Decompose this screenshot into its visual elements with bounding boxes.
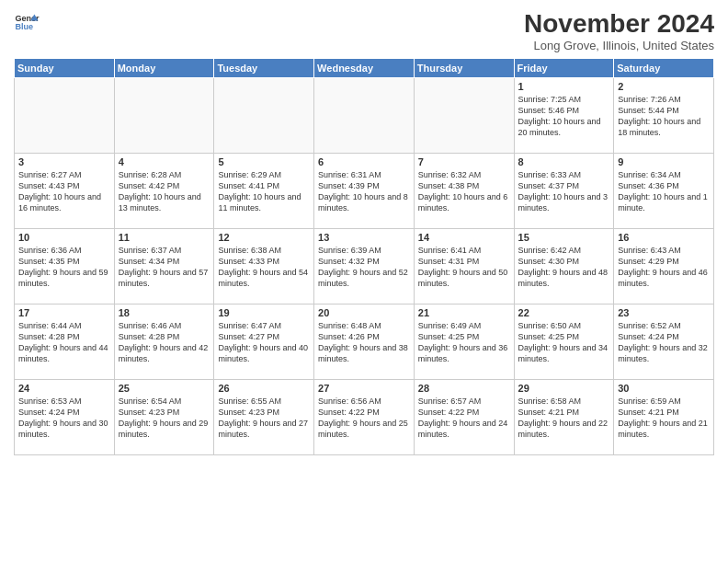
day-info: Sunrise: 6:31 AM Sunset: 4:39 PM Dayligh… xyxy=(318,169,410,214)
day-info: Sunrise: 7:26 AM Sunset: 5:44 PM Dayligh… xyxy=(618,94,710,139)
day-number: 20 xyxy=(318,307,410,318)
day-info: Sunrise: 6:43 AM Sunset: 4:29 PM Dayligh… xyxy=(618,245,710,290)
calendar-cell: 23Sunrise: 6:52 AM Sunset: 4:24 PM Dayli… xyxy=(614,304,714,380)
day-info: Sunrise: 6:33 AM Sunset: 4:37 PM Dayligh… xyxy=(518,169,610,214)
col-sunday: Sunday xyxy=(15,59,115,78)
day-info: Sunrise: 6:55 AM Sunset: 4:23 PM Dayligh… xyxy=(218,396,310,441)
calendar-cell: 14Sunrise: 6:41 AM Sunset: 4:31 PM Dayli… xyxy=(414,229,514,304)
calendar-cell: 1Sunrise: 7:25 AM Sunset: 5:46 PM Daylig… xyxy=(514,78,614,154)
page: General Blue November 2024 Long Grove, I… xyxy=(0,0,728,563)
day-number: 14 xyxy=(418,232,510,243)
day-info: Sunrise: 6:58 AM Sunset: 4:21 PM Dayligh… xyxy=(518,396,610,441)
day-info: Sunrise: 6:42 AM Sunset: 4:30 PM Dayligh… xyxy=(518,245,610,290)
day-number: 18 xyxy=(119,307,210,318)
day-number: 8 xyxy=(518,156,610,167)
day-number: 3 xyxy=(18,156,110,167)
day-number: 21 xyxy=(418,307,510,318)
calendar-cell: 5Sunrise: 6:29 AM Sunset: 4:41 PM Daylig… xyxy=(214,154,314,229)
day-number: 17 xyxy=(18,307,110,318)
calendar-cell: 27Sunrise: 6:56 AM Sunset: 4:22 PM Dayli… xyxy=(314,380,415,455)
day-info: Sunrise: 6:34 AM Sunset: 4:36 PM Dayligh… xyxy=(618,169,710,214)
calendar-cell: 17Sunrise: 6:44 AM Sunset: 4:28 PM Dayli… xyxy=(15,304,115,380)
day-number: 23 xyxy=(618,307,710,318)
calendar-header-row: Sunday Monday Tuesday Wednesday Thursday… xyxy=(15,59,714,78)
day-info: Sunrise: 6:27 AM Sunset: 4:43 PM Dayligh… xyxy=(18,169,110,214)
day-info: Sunrise: 7:25 AM Sunset: 5:46 PM Dayligh… xyxy=(518,94,610,139)
col-wednesday: Wednesday xyxy=(314,59,415,78)
calendar-week-4: 17Sunrise: 6:44 AM Sunset: 4:28 PM Dayli… xyxy=(15,304,714,380)
month-title: November 2024 xyxy=(524,9,714,39)
calendar-week-3: 10Sunrise: 6:36 AM Sunset: 4:35 PM Dayli… xyxy=(15,229,714,304)
day-number: 11 xyxy=(119,232,210,243)
day-info: Sunrise: 6:47 AM Sunset: 4:27 PM Dayligh… xyxy=(218,320,310,365)
day-info: Sunrise: 6:39 AM Sunset: 4:32 PM Dayligh… xyxy=(318,245,410,290)
calendar-cell: 16Sunrise: 6:43 AM Sunset: 4:29 PM Dayli… xyxy=(614,229,714,304)
calendar-cell xyxy=(15,78,115,154)
calendar-week-1: 1Sunrise: 7:25 AM Sunset: 5:46 PM Daylig… xyxy=(15,78,714,154)
logo-icon: General Blue xyxy=(14,9,40,35)
calendar-cell xyxy=(314,78,415,154)
calendar-cell: 3Sunrise: 6:27 AM Sunset: 4:43 PM Daylig… xyxy=(15,154,115,229)
calendar-cell: 4Sunrise: 6:28 AM Sunset: 4:42 PM Daylig… xyxy=(114,154,214,229)
day-number: 22 xyxy=(518,307,610,318)
day-number: 28 xyxy=(418,383,510,394)
day-number: 24 xyxy=(18,383,110,394)
calendar-cell xyxy=(214,78,314,154)
day-number: 29 xyxy=(518,383,610,394)
day-info: Sunrise: 6:56 AM Sunset: 4:22 PM Dayligh… xyxy=(318,396,410,441)
day-number: 25 xyxy=(119,383,210,394)
day-number: 4 xyxy=(119,156,210,167)
calendar-cell: 25Sunrise: 6:54 AM Sunset: 4:23 PM Dayli… xyxy=(114,380,214,455)
col-thursday: Thursday xyxy=(414,59,514,78)
day-info: Sunrise: 6:38 AM Sunset: 4:33 PM Dayligh… xyxy=(218,245,310,290)
day-number: 27 xyxy=(318,383,410,394)
day-number: 19 xyxy=(218,307,310,318)
calendar-cell: 24Sunrise: 6:53 AM Sunset: 4:24 PM Dayli… xyxy=(15,380,115,455)
calendar-cell: 8Sunrise: 6:33 AM Sunset: 4:37 PM Daylig… xyxy=(514,154,614,229)
day-info: Sunrise: 6:50 AM Sunset: 4:25 PM Dayligh… xyxy=(518,320,610,365)
day-number: 16 xyxy=(618,232,710,243)
day-info: Sunrise: 6:29 AM Sunset: 4:41 PM Dayligh… xyxy=(218,169,310,214)
day-info: Sunrise: 6:41 AM Sunset: 4:31 PM Dayligh… xyxy=(418,245,510,290)
day-info: Sunrise: 6:36 AM Sunset: 4:35 PM Dayligh… xyxy=(18,245,110,290)
day-number: 10 xyxy=(18,232,110,243)
calendar-cell: 30Sunrise: 6:59 AM Sunset: 4:21 PM Dayli… xyxy=(614,380,714,455)
calendar-cell: 9Sunrise: 6:34 AM Sunset: 4:36 PM Daylig… xyxy=(614,154,714,229)
day-info: Sunrise: 6:52 AM Sunset: 4:24 PM Dayligh… xyxy=(618,320,710,365)
col-tuesday: Tuesday xyxy=(214,59,314,78)
day-info: Sunrise: 6:57 AM Sunset: 4:22 PM Dayligh… xyxy=(418,396,510,441)
day-number: 30 xyxy=(618,383,710,394)
calendar-cell: 10Sunrise: 6:36 AM Sunset: 4:35 PM Dayli… xyxy=(15,229,115,304)
svg-text:Blue: Blue xyxy=(15,22,33,31)
calendar-cell: 2Sunrise: 7:26 AM Sunset: 5:44 PM Daylig… xyxy=(614,78,714,154)
day-info: Sunrise: 6:28 AM Sunset: 4:42 PM Dayligh… xyxy=(119,169,210,214)
calendar-cell: 22Sunrise: 6:50 AM Sunset: 4:25 PM Dayli… xyxy=(514,304,614,380)
day-info: Sunrise: 6:46 AM Sunset: 4:28 PM Dayligh… xyxy=(119,320,210,365)
day-info: Sunrise: 6:37 AM Sunset: 4:34 PM Dayligh… xyxy=(119,245,210,290)
col-friday: Friday xyxy=(514,59,614,78)
day-info: Sunrise: 6:53 AM Sunset: 4:24 PM Dayligh… xyxy=(18,396,110,441)
calendar-cell: 21Sunrise: 6:49 AM Sunset: 4:25 PM Dayli… xyxy=(414,304,514,380)
calendar-cell: 26Sunrise: 6:55 AM Sunset: 4:23 PM Dayli… xyxy=(214,380,314,455)
calendar: Sunday Monday Tuesday Wednesday Thursday… xyxy=(14,58,714,455)
day-info: Sunrise: 6:59 AM Sunset: 4:21 PM Dayligh… xyxy=(618,396,710,441)
day-number: 15 xyxy=(518,232,610,243)
calendar-cell: 11Sunrise: 6:37 AM Sunset: 4:34 PM Dayli… xyxy=(114,229,214,304)
day-info: Sunrise: 6:49 AM Sunset: 4:25 PM Dayligh… xyxy=(418,320,510,365)
day-number: 5 xyxy=(218,156,310,167)
location: Long Grove, Illinois, United States xyxy=(524,39,714,52)
col-monday: Monday xyxy=(114,59,214,78)
calendar-cell: 7Sunrise: 6:32 AM Sunset: 4:38 PM Daylig… xyxy=(414,154,514,229)
calendar-cell: 29Sunrise: 6:58 AM Sunset: 4:21 PM Dayli… xyxy=(514,380,614,455)
col-saturday: Saturday xyxy=(614,59,714,78)
calendar-cell xyxy=(114,78,214,154)
calendar-cell: 12Sunrise: 6:38 AM Sunset: 4:33 PM Dayli… xyxy=(214,229,314,304)
day-number: 9 xyxy=(618,156,710,167)
day-number: 7 xyxy=(418,156,510,167)
day-info: Sunrise: 6:48 AM Sunset: 4:26 PM Dayligh… xyxy=(318,320,410,365)
calendar-cell: 18Sunrise: 6:46 AM Sunset: 4:28 PM Dayli… xyxy=(114,304,214,380)
calendar-week-2: 3Sunrise: 6:27 AM Sunset: 4:43 PM Daylig… xyxy=(15,154,714,229)
calendar-cell: 20Sunrise: 6:48 AM Sunset: 4:26 PM Dayli… xyxy=(314,304,415,380)
calendar-cell xyxy=(414,78,514,154)
calendar-cell: 19Sunrise: 6:47 AM Sunset: 4:27 PM Dayli… xyxy=(214,304,314,380)
